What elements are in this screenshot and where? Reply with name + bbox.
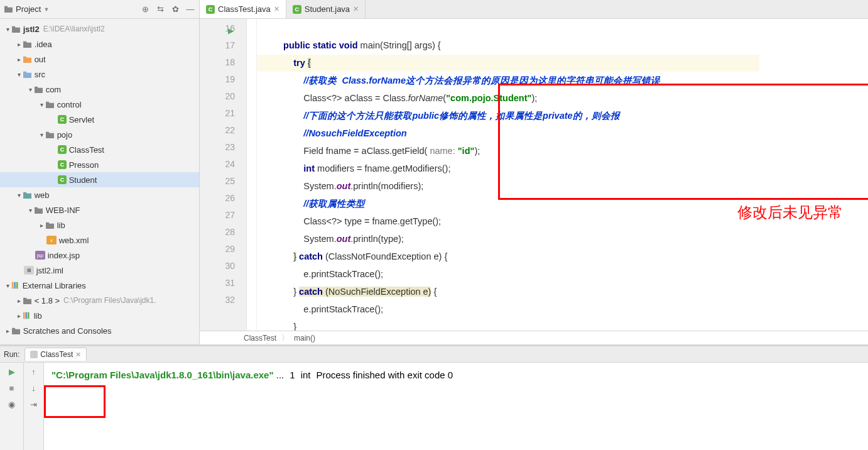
expand-icon[interactable]: ⇆ xyxy=(155,4,165,14)
run-tools-secondary: ↑ ↓ ⇥ xyxy=(24,363,44,450)
svg-rect-3 xyxy=(23,312,25,319)
tree-servlet[interactable]: C Servlet xyxy=(0,112,199,127)
run-tools-primary: ▶ ■ ◉ xyxy=(0,363,24,450)
tree-webinf[interactable]: ▾ WEB-INF xyxy=(0,202,199,217)
tree-scratches[interactable]: ▸ Scratches and Consoles xyxy=(0,323,199,338)
sidebar-header: Project ▼ ⊕ ⇆ ✿ — xyxy=(0,0,199,19)
hide-icon[interactable]: — xyxy=(185,4,195,14)
svg-rect-2 xyxy=(16,282,18,289)
project-sidebar: Project ▼ ⊕ ⇆ ✿ — ▾ jstl2E:\IDEA\lianxi\… xyxy=(0,0,200,344)
tree-lib2[interactable]: ▸ lib xyxy=(0,308,199,323)
tree-project-root[interactable]: ▾ jstl2E:\IDEA\lianxi\jstl2 xyxy=(0,21,199,36)
run-tab[interactable]: ClassTest✕ xyxy=(24,348,87,361)
fold-bar[interactable] xyxy=(247,19,257,331)
console-output[interactable]: "C:\Program Files\Java\jdk1.8.0_161\bin\… xyxy=(44,363,868,450)
tree-iml[interactable]: ⊞ jstl2.iml xyxy=(0,263,199,278)
line-gutter: ▶ 1617181920212223242526272829303132 xyxy=(200,19,247,331)
tree-web[interactable]: ▾ web xyxy=(0,187,199,202)
editor-area: CClassTest.java✕ CStudent.java✕ ▶ 161718… xyxy=(200,0,868,344)
close-icon[interactable]: ✕ xyxy=(353,5,359,13)
close-icon[interactable]: ✕ xyxy=(274,5,279,13)
tree-presson[interactable]: C Presson xyxy=(0,157,199,172)
tree-external-libs[interactable]: ▾ External Libraries xyxy=(0,278,199,293)
run-label: Run: xyxy=(4,350,19,359)
svg-rect-0 xyxy=(12,282,14,289)
tree-indexjsp[interactable]: jsp index.jsp xyxy=(0,248,199,263)
tree-lib[interactable]: ▸ lib xyxy=(0,217,199,233)
svg-rect-4 xyxy=(25,312,27,319)
svg-rect-5 xyxy=(28,312,30,319)
wrap-icon[interactable]: ⇥ xyxy=(29,399,39,409)
code-content[interactable]: public static void main(String[] args) {… xyxy=(257,19,868,331)
tab-student[interactable]: CStudent.java✕ xyxy=(286,0,366,18)
tree-pojo[interactable]: ▾ pojo xyxy=(0,127,199,142)
run-gutter-icon[interactable]: ▶ xyxy=(228,23,234,40)
tree-webxml[interactable]: x web.xml xyxy=(0,233,199,248)
annotation-box xyxy=(498,84,868,200)
stop-icon[interactable]: ■ xyxy=(7,383,17,393)
annotation-text: 修改后未见异常 xyxy=(737,204,843,221)
camera-icon[interactable]: ◉ xyxy=(7,399,17,409)
tree-control[interactable]: ▾ control xyxy=(0,97,199,112)
sidebar-title[interactable]: Project ▼ xyxy=(4,4,140,14)
down-icon[interactable]: ↓ xyxy=(29,383,39,393)
code-area[interactable]: ▶ 1617181920212223242526272829303132 pub… xyxy=(200,19,868,331)
project-tree: ▾ jstl2E:\IDEA\lianxi\jstl2 ▸ .idea ▸ ou… xyxy=(0,19,199,341)
close-icon[interactable]: ✕ xyxy=(75,351,81,359)
tree-jdk[interactable]: ▸ < 1.8 >C:\Program Files\Java\jdk1. xyxy=(0,293,199,308)
editor-tabs: CClassTest.java✕ CStudent.java✕ xyxy=(200,0,868,19)
locate-icon[interactable]: ⊕ xyxy=(140,4,150,14)
tree-com[interactable]: ▾ com xyxy=(0,82,199,97)
tree-student[interactable]: C Student xyxy=(0,172,199,187)
gear-icon[interactable]: ✿ xyxy=(170,4,180,14)
rerun-icon[interactable]: ▶ xyxy=(7,366,17,376)
tree-idea[interactable]: ▸ .idea xyxy=(0,36,199,52)
tree-out[interactable]: ▸ out xyxy=(0,52,199,67)
tree-classtest[interactable]: C ClassTest xyxy=(0,142,199,157)
output-highlight-box xyxy=(44,385,106,418)
breadcrumb[interactable]: ClassTest〉main() xyxy=(200,331,868,344)
run-header: Run: ClassTest✕ xyxy=(0,346,868,363)
tab-classtest[interactable]: CClassTest.java✕ xyxy=(200,0,286,18)
tree-src[interactable]: ▾ src xyxy=(0,67,199,82)
svg-rect-1 xyxy=(14,282,16,289)
run-panel: Run: ClassTest✕ ▶ ■ ◉ ↑ ↓ ⇥ "C:\Program … xyxy=(0,344,868,450)
up-icon[interactable]: ↑ xyxy=(29,366,39,376)
